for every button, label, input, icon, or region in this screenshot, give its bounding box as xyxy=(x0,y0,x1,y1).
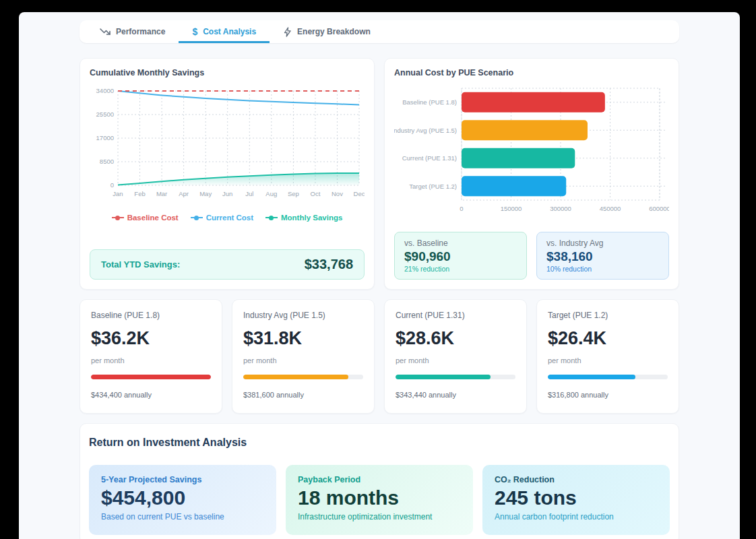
legend-item-monthly-savings[interactable]: Monthly Savings xyxy=(265,214,342,222)
comparison-industry-label: vs. Industry Avg xyxy=(546,239,659,248)
roi-card-value: 245 tons xyxy=(495,486,658,509)
svg-text:Sep: Sep xyxy=(288,190,299,197)
roi-card-label: Payback Period xyxy=(298,475,461,484)
roi-section: Return on Investment Analysis 5-Year Pro… xyxy=(80,423,679,539)
scenario-card-current: Current (PUE 1.31) $28.6K per month $343… xyxy=(384,299,527,414)
roi-title: Return on Investment Analysis xyxy=(89,437,670,449)
ytd-savings-value: $33,768 xyxy=(305,257,353,272)
scenario-progress-track xyxy=(548,375,668,379)
scenario-annual-cost: $316,800 annually xyxy=(548,391,668,399)
chart-legend: Baseline Cost Current Cost Monthly Savin… xyxy=(90,214,365,222)
dashboard-frame: Performance $ Cost Analysis Energy Break… xyxy=(19,12,740,539)
scenario-progress-fill xyxy=(548,375,635,379)
svg-text:Jan: Jan xyxy=(113,190,123,197)
svg-text:Industry Avg (PUE 1.5): Industry Avg (PUE 1.5) xyxy=(394,127,457,134)
svg-text:Feb: Feb xyxy=(134,190,145,197)
scenario-card-industry-avg: Industry Avg (PUE 1.5) $31.8K per month … xyxy=(232,299,375,414)
savings-chart-title: Cumulative Monthly Savings xyxy=(90,68,365,77)
tab-cost-analysis-label: Cost Analysis xyxy=(203,27,256,36)
scenario-title: Industry Avg (PUE 1.5) xyxy=(243,311,363,320)
tab-bar: Performance $ Cost Analysis Energy Break… xyxy=(80,20,679,43)
roi-card-label: CO₂ Reduction xyxy=(495,475,658,484)
roi-card-payback-period: Payback Period 18 months Infrastructure … xyxy=(286,465,473,535)
cost-chart-title: Annual Cost by PUE Scenario xyxy=(394,68,669,77)
scenario-progress-fill xyxy=(243,375,348,379)
scenario-monthly-cost: $31.8K xyxy=(243,328,363,349)
comparison-industry-value: $38,160 xyxy=(546,249,659,264)
tab-performance[interactable]: Performance xyxy=(86,20,179,43)
svg-text:Current (PUE 1.31): Current (PUE 1.31) xyxy=(402,154,457,162)
comparison-industry-avg: vs. Industry Avg $38,160 10% reduction xyxy=(536,232,669,280)
svg-text:Dec: Dec xyxy=(354,190,365,197)
svg-text:450000: 450000 xyxy=(600,205,621,212)
legend-marker-savings xyxy=(265,217,278,218)
roi-card-note: Infrastructure optimization investment xyxy=(298,512,461,521)
svg-text:8500: 8500 xyxy=(100,158,114,165)
scenario-monthly-cost: $36.2K xyxy=(91,328,211,349)
scenario-card-baseline: Baseline (PUE 1.8) $36.2K per month $434… xyxy=(80,299,222,414)
svg-text:600000: 600000 xyxy=(649,205,669,212)
ytd-savings-label: Total YTD Savings: xyxy=(101,259,180,270)
scenario-progress-track xyxy=(91,375,211,379)
svg-text:May: May xyxy=(199,190,212,197)
scenario-period-label: per month xyxy=(396,356,515,364)
roi-card-label: 5-Year Projected Savings xyxy=(101,475,264,484)
svg-text:Apr: Apr xyxy=(179,190,189,197)
svg-text:Target (PUE 1.2): Target (PUE 1.2) xyxy=(409,183,457,190)
svg-text:300000: 300000 xyxy=(550,205,571,212)
scenario-title: Baseline (PUE 1.8) xyxy=(91,311,211,320)
scenario-progress-track xyxy=(396,375,515,379)
svg-text:34000: 34000 xyxy=(96,87,114,94)
scenario-title: Current (PUE 1.31) xyxy=(396,311,515,320)
scenario-period-label: per month xyxy=(91,356,211,364)
svg-text:Jul: Jul xyxy=(245,190,253,197)
annual-cost-bar-chart: 0150000300000450000600000Baseline (PUE 1… xyxy=(394,82,669,226)
lightning-icon xyxy=(283,27,292,37)
comparison-baseline-value: $90,960 xyxy=(404,249,517,264)
dollar-icon: $ xyxy=(192,26,197,37)
savings-chart-card: Cumulative Monthly Savings 0850017000255… xyxy=(80,58,375,290)
svg-text:0: 0 xyxy=(460,205,463,212)
svg-text:Mar: Mar xyxy=(156,190,167,197)
comparison-baseline: vs. Baseline $90,960 21% reduction xyxy=(394,232,527,280)
svg-text:Aug: Aug xyxy=(265,190,277,197)
trending-down-icon xyxy=(100,27,111,36)
scenario-annual-cost: $381,600 annually xyxy=(243,391,363,399)
legend-item-baseline-cost[interactable]: Baseline Cost xyxy=(112,214,179,222)
svg-text:17000: 17000 xyxy=(96,134,114,141)
scenario-annual-cost: $434,400 annually xyxy=(91,391,211,399)
svg-text:0: 0 xyxy=(111,181,114,189)
scenario-progress-fill xyxy=(396,375,491,379)
scenario-monthly-cost: $26.4K xyxy=(548,328,668,349)
tab-energy-breakdown[interactable]: Energy Breakdown xyxy=(270,20,384,43)
scenario-annual-cost: $343,440 annually xyxy=(396,391,515,399)
tab-performance-label: Performance xyxy=(116,27,165,36)
comparison-row: vs. Baseline $90,960 21% reduction vs. I… xyxy=(394,232,669,280)
scenario-progress-track xyxy=(243,375,363,379)
roi-cards-row: 5-Year Projected Savings $454,800 Based … xyxy=(89,465,670,535)
roi-card-projected-savings: 5-Year Projected Savings $454,800 Based … xyxy=(89,465,276,535)
svg-text:25500: 25500 xyxy=(96,110,114,118)
legend-marker-baseline xyxy=(112,217,124,218)
legend-item-current-cost[interactable]: Current Cost xyxy=(191,214,253,222)
scenario-period-label: per month xyxy=(548,356,668,364)
svg-text:Oct: Oct xyxy=(311,190,321,197)
ytd-savings-box: Total YTD Savings: $33,768 xyxy=(90,249,365,280)
svg-text:150000: 150000 xyxy=(501,205,522,212)
tab-energy-breakdown-label: Energy Breakdown xyxy=(297,27,371,36)
scenario-monthly-cost: $28.6K xyxy=(396,328,515,349)
roi-card-note: Annual carbon footprint reduction xyxy=(495,512,658,521)
comparison-baseline-note: 21% reduction xyxy=(404,265,517,273)
comparison-industry-note: 10% reduction xyxy=(546,265,659,273)
roi-card-value: 18 months xyxy=(298,486,461,509)
roi-card-value: $454,800 xyxy=(101,486,264,509)
roi-card-note: Based on current PUE vs baseline xyxy=(101,512,264,521)
scenario-card-target: Target (PUE 1.2) $26.4K per month $316,8… xyxy=(536,299,679,414)
comparison-baseline-label: vs. Baseline xyxy=(404,239,517,248)
scenario-progress-fill xyxy=(91,375,211,379)
legend-marker-current xyxy=(191,217,203,218)
scenario-cards-row: Baseline (PUE 1.8) $36.2K per month $434… xyxy=(80,299,679,414)
tab-cost-analysis[interactable]: $ Cost Analysis xyxy=(179,20,270,43)
svg-text:Jun: Jun xyxy=(222,190,232,197)
cost-chart-card: Annual Cost by PUE Scenario 015000030000… xyxy=(384,58,679,290)
